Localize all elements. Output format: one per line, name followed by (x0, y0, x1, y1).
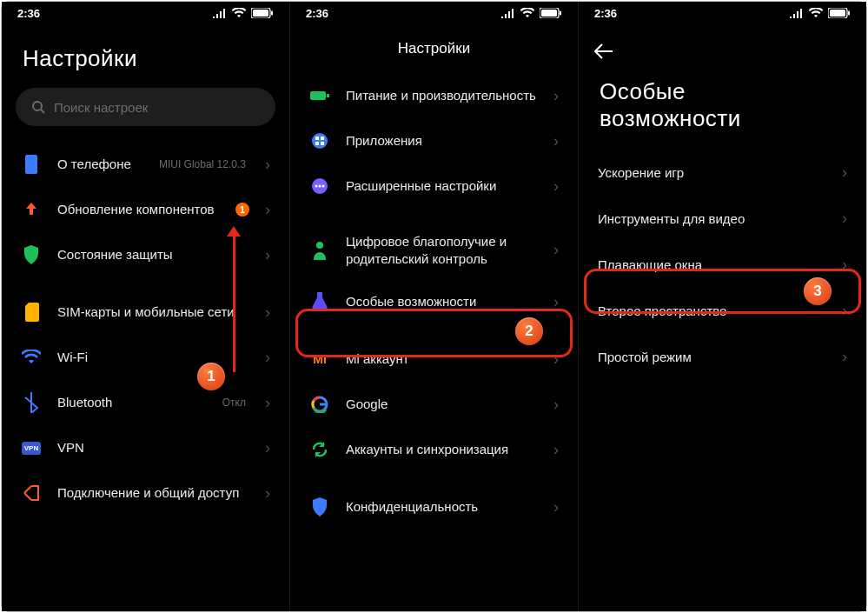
row-video-tools[interactable]: Инструменты для видео › (579, 196, 866, 242)
label: VPN (57, 439, 249, 456)
chevron-right-icon: › (842, 256, 847, 274)
search-input[interactable]: Поиск настроек (16, 88, 275, 126)
chevron-right-icon: › (265, 303, 270, 322)
bt-sub: Откл (222, 396, 246, 409)
row-apps[interactable]: Приложения › (290, 118, 578, 163)
status-icons (213, 8, 274, 18)
label: Ускорение игр (598, 165, 842, 180)
row-updates[interactable]: Обновление компонентов 1 › (2, 187, 289, 232)
chevron-right-icon: › (553, 350, 559, 369)
wifi-icon (809, 8, 823, 18)
label: Простой режим (598, 350, 842, 364)
mi-icon: MI (309, 349, 330, 370)
back-button[interactable] (594, 43, 613, 59)
bluetooth-icon (21, 392, 42, 413)
signal-icon (790, 8, 804, 18)
flask-icon (309, 291, 330, 312)
status-bar: 2:36 (2, 2, 289, 24)
wifi-icon (520, 8, 534, 18)
row-wifi[interactable]: Wi-Fi › (2, 335, 289, 380)
svg-point-17 (315, 185, 318, 188)
label: Конфиденциальность (346, 498, 538, 516)
svg-rect-25 (848, 11, 850, 16)
label: Приложения (346, 132, 538, 150)
sync-icon (309, 439, 330, 460)
status-bar: 2:36 (290, 2, 578, 24)
row-special-features[interactable]: Особые возможности › (290, 279, 578, 324)
row-wellbeing[interactable]: Цифровое благополучие и родительский кон… (290, 221, 578, 279)
chevron-right-icon: › (265, 349, 270, 367)
battery-icon (828, 8, 851, 18)
signal-icon (501, 8, 515, 18)
row-google[interactable]: Google › (290, 382, 578, 427)
step-badge-1: 1 (197, 363, 225, 390)
label: Плавающие окна (598, 257, 842, 272)
label: Аккаунты и синхронизация (346, 441, 538, 458)
chevron-right-icon: › (842, 348, 847, 366)
chevron-right-icon: › (842, 302, 847, 320)
clock: 2:36 (594, 7, 617, 20)
row-bluetooth[interactable]: Bluetooth Откл › (2, 380, 289, 425)
row-sim[interactable]: SIM-карты и мобильные сети › (2, 290, 289, 335)
phone-icon (21, 154, 42, 175)
label: Mi аккаунт (346, 350, 538, 368)
svg-rect-14 (315, 142, 319, 145)
step-badge-3: 3 (804, 277, 832, 305)
row-about-phone[interactable]: О телефоне MIUI Global 12.0.3 › (2, 142, 289, 187)
chevron-right-icon: › (265, 156, 270, 174)
chevron-right-icon: › (265, 201, 270, 219)
svg-rect-13 (321, 137, 324, 140)
label: Расширенные настройки (346, 177, 538, 195)
label: Обновление компонентов (57, 201, 220, 218)
clock: 2:36 (306, 7, 328, 20)
label: Wi-Fi (57, 349, 249, 366)
chevron-right-icon: › (265, 484, 270, 503)
chevron-right-icon: › (842, 210, 847, 228)
chevron-right-icon: › (553, 441, 559, 459)
chevron-right-icon: › (553, 396, 559, 414)
page-title-line1: Особые (600, 78, 845, 105)
label: Подключение и общий доступ (57, 484, 249, 502)
svg-rect-15 (321, 142, 324, 145)
row-privacy[interactable]: Конфиденциальность › (290, 484, 578, 530)
chevron-right-icon: › (553, 87, 559, 105)
row-power[interactable]: Питание и производительность › (290, 73, 578, 118)
page-title-line2: возможности (600, 105, 845, 132)
google-icon (309, 394, 330, 415)
svg-point-19 (322, 185, 325, 188)
share-icon (21, 483, 42, 503)
chevron-right-icon: › (553, 177, 559, 196)
status-bar: 2:36 (579, 2, 866, 24)
svg-rect-10 (327, 94, 329, 97)
vpn-icon: VPN (21, 437, 42, 458)
panel-special-features: 2:36 Особые возможности Ускорение игр › … (578, 2, 866, 611)
chevron-right-icon: › (553, 498, 559, 516)
row-game-turbo[interactable]: Ускорение игр › (579, 150, 866, 196)
row-share[interactable]: Подключение и общий доступ › (2, 470, 289, 516)
page-title: Настройки (290, 35, 578, 73)
svg-rect-5 (25, 155, 37, 174)
label: Особые возможности (346, 293, 538, 310)
svg-rect-7 (541, 10, 557, 17)
row-security-status[interactable]: Состояние защиты › (2, 232, 289, 277)
svg-rect-1 (253, 10, 268, 17)
label: Состояние защиты (57, 246, 249, 263)
upload-icon (21, 199, 42, 220)
label: О телефоне (57, 156, 143, 173)
sim-icon (21, 302, 42, 323)
panel-settings-main: 2:36 Настройки Поиск настроек О телефоне… (2, 2, 289, 611)
wifi-icon (21, 347, 42, 368)
label: Питание и производительность (346, 87, 538, 104)
row-vpn[interactable]: VPN VPN › (2, 425, 289, 470)
row-advanced[interactable]: Расширенные настройки › (290, 163, 578, 209)
label: SIM-карты и мобильные сети (57, 303, 249, 321)
svg-point-18 (319, 185, 321, 188)
chevron-right-icon: › (553, 132, 559, 150)
label: Инструменты для видео (598, 211, 842, 226)
svg-line-4 (41, 110, 44, 113)
row-sync[interactable]: Аккаунты и синхронизация › (290, 427, 578, 472)
wellbeing-icon (309, 240, 330, 261)
clock: 2:36 (17, 7, 40, 20)
search-placeholder: Поиск настроек (54, 100, 148, 115)
row-simple-mode[interactable]: Простой режим › (579, 334, 866, 380)
